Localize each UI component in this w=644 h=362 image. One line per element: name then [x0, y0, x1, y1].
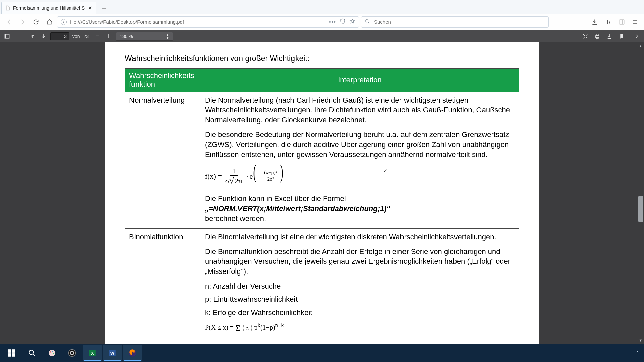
- table-row: Normalverteilung Die Normalverteilung (n…: [125, 92, 519, 228]
- close-icon[interactable]: ✕: [87, 5, 93, 11]
- home-button[interactable]: [44, 16, 55, 28]
- url-bar[interactable]: i file:///C:/Users/Fabio/Desktop/Formels…: [57, 16, 359, 28]
- svg-rect-5: [596, 34, 598, 36]
- taskbar-app-paint[interactable]: [42, 345, 62, 361]
- taskbar-app-firefox[interactable]: [123, 345, 142, 361]
- sidebar-button[interactable]: [616, 16, 627, 28]
- tray-chevron-icon[interactable]: ˄: [636, 351, 639, 356]
- bookmark-star-icon[interactable]: [349, 18, 355, 25]
- svg-point-13: [50, 351, 51, 352]
- pdf-toolbar: von 23 − + 130 % ▲▼: [0, 30, 644, 42]
- zoom-in-button[interactable]: +: [105, 32, 113, 40]
- forward-button[interactable]: [17, 16, 28, 28]
- distribution-description: Die Normalverteilung (nach Carl Friedric…: [201, 92, 519, 228]
- table-header-interpretation: Interpretation: [201, 68, 519, 92]
- taskbar-app-word[interactable]: W: [103, 345, 122, 361]
- svg-text:X: X: [91, 351, 94, 356]
- print-button[interactable]: [594, 33, 601, 40]
- taskbar-app-excel[interactable]: X: [83, 345, 102, 361]
- shield-icon[interactable]: [340, 18, 346, 25]
- browser-tab[interactable]: Formelsammlung und Hilfsmittel S ✕: [1, 2, 96, 14]
- pdf-page[interactable]: Im Rahmen der stetigen und diskreten sin…: [105, 42, 539, 344]
- svg-point-14: [52, 351, 53, 352]
- zoom-select[interactable]: 130 % ▲▼: [116, 32, 173, 41]
- scroll-down-button[interactable]: ▼: [637, 337, 644, 344]
- bookmark-button[interactable]: [618, 33, 625, 40]
- svg-rect-9: [8, 353, 11, 357]
- reload-button[interactable]: [30, 16, 42, 28]
- scroll-up-button[interactable]: ▲: [637, 42, 644, 50]
- svg-rect-7: [8, 349, 11, 353]
- page-down-button[interactable]: [40, 33, 47, 40]
- back-button[interactable]: [3, 16, 15, 28]
- table-row: Binomialfunktion Die Binomialverteilung …: [125, 228, 519, 335]
- search-input[interactable]: [373, 19, 545, 25]
- page-total: 23: [84, 34, 89, 39]
- system-tray[interactable]: ˄: [636, 351, 642, 356]
- toggle-sidepanel-button[interactable]: [3, 33, 11, 40]
- svg-point-15: [53, 353, 54, 354]
- normal-pdf-formula: f(x) = 1 σ√2π · e (: [205, 164, 515, 188]
- svg-point-0: [366, 20, 368, 22]
- taskbar-app-obs[interactable]: [62, 345, 82, 361]
- new-tab-button[interactable]: ＋: [98, 2, 110, 14]
- svg-point-16: [68, 349, 76, 357]
- search-icon: [365, 19, 370, 25]
- distribution-table: Wahrscheinlichkeits- funktion Interpreta…: [125, 68, 519, 335]
- library-button[interactable]: [602, 16, 614, 28]
- windows-taskbar: X W ˄: [0, 344, 644, 362]
- table-header-function: Wahrscheinlichkeits- funktion: [125, 68, 201, 92]
- svg-rect-8: [12, 349, 15, 353]
- taskbar-search-button[interactable]: [22, 345, 42, 361]
- site-info-icon[interactable]: i: [61, 19, 67, 25]
- svg-rect-3: [5, 34, 6, 38]
- svg-text:W: W: [110, 351, 115, 356]
- svg-point-12: [49, 350, 55, 356]
- page-up-button[interactable]: [29, 33, 36, 40]
- distribution-description: Die Binomialverteilung ist eine der wich…: [201, 228, 519, 335]
- lead-paragraph: Im Rahmen der stetigen und diskreten sin…: [125, 44, 519, 64]
- zoom-out-button[interactable]: −: [93, 32, 101, 40]
- zoom-value: 130 %: [120, 34, 133, 39]
- app-menu-button[interactable]: [629, 16, 641, 28]
- chevron-updown-icon: ▲▼: [166, 34, 169, 39]
- start-button[interactable]: [2, 345, 21, 361]
- svg-rect-10: [12, 353, 15, 357]
- page-separator: von: [72, 34, 80, 39]
- svg-rect-6: [596, 37, 598, 39]
- scroll-thumb[interactable]: [638, 196, 643, 222]
- presentation-button[interactable]: [582, 33, 589, 40]
- browser-navbar: i file:///C:/Users/Fabio/Desktop/Formels…: [0, 14, 644, 30]
- vertical-scrollbar[interactable]: ▲ ▼: [637, 42, 644, 344]
- save-button[interactable]: [606, 33, 613, 40]
- downloads-button[interactable]: [589, 16, 600, 28]
- distribution-name: Binomialfunktion: [125, 228, 201, 335]
- browser-tab-strip: Formelsammlung und Hilfsmittel S ✕ ＋: [0, 0, 644, 14]
- page-actions-icon[interactable]: •••: [329, 19, 336, 25]
- tab-title: Formelsammlung und Hilfsmittel S: [13, 5, 85, 11]
- svg-point-11: [29, 350, 33, 354]
- url-text: file:///C:/Users/Fabio/Desktop/Formelsam…: [70, 19, 326, 25]
- pdf-file-icon: [5, 5, 10, 11]
- distribution-name: Normalverteilung: [125, 92, 201, 228]
- tools-button[interactable]: [633, 33, 641, 40]
- search-bar[interactable]: [361, 16, 549, 28]
- page-number-input[interactable]: [50, 32, 69, 40]
- pdf-viewport: Im Rahmen der stetigen und diskreten sin…: [0, 42, 644, 344]
- svg-rect-1: [619, 20, 624, 24]
